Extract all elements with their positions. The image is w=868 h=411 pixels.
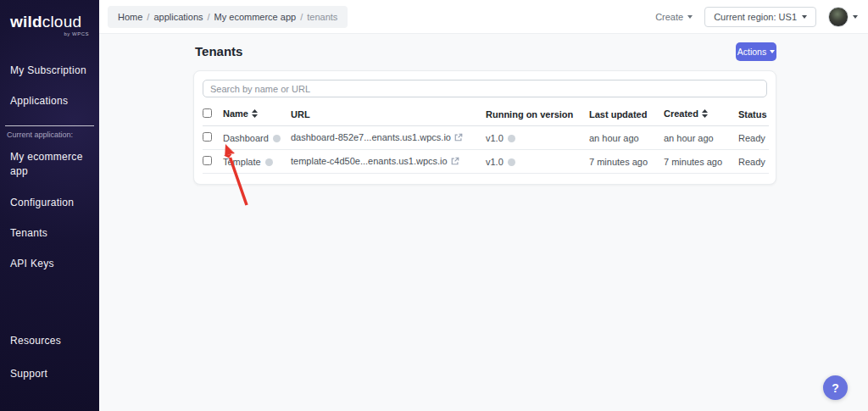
breadcrumb-my-ecommerce-app[interactable]: My ecommerce app bbox=[214, 12, 297, 22]
breadcrumb-separator: / bbox=[147, 12, 149, 22]
logo-text-bold: wild bbox=[10, 13, 42, 31]
logo-byline: by WPCS bbox=[10, 31, 91, 36]
column-header-version: Running on version bbox=[486, 109, 573, 119]
sidebar-item-my-subscription[interactable]: My Subscription bbox=[0, 64, 99, 78]
external-link-icon[interactable] bbox=[451, 157, 459, 167]
table-header-row: Name URL Running on version Last updated… bbox=[203, 105, 769, 126]
breadcrumb-separator: / bbox=[300, 12, 303, 22]
tenant-url: template-c4d50e...enants.us1.wpcs.io bbox=[291, 156, 448, 166]
breadcrumb-separator: / bbox=[208, 12, 210, 22]
tenant-last-updated: an hour ago bbox=[589, 133, 639, 143]
tenant-created: an hour ago bbox=[664, 133, 714, 143]
info-icon[interactable] bbox=[508, 158, 515, 166]
page-title: Tenants bbox=[195, 44, 242, 58]
row-checkbox[interactable] bbox=[203, 132, 212, 142]
caret-down-icon bbox=[687, 15, 693, 19]
table-row[interactable]: Dashboard dashboard-852e7...enants.us1.w… bbox=[203, 126, 769, 150]
search-input[interactable] bbox=[203, 80, 767, 97]
breadcrumb: Home / applications / My ecommerce app /… bbox=[108, 6, 348, 28]
help-button-label: ? bbox=[832, 381, 839, 395]
sidebar-nav: My Subscription Applications Current app… bbox=[0, 64, 99, 272]
avatar bbox=[828, 7, 849, 27]
sidebar-bottom-nav: Resources Support bbox=[0, 334, 99, 399]
sidebar-item-applications[interactable]: Applications bbox=[0, 94, 99, 108]
topbar: Home / applications / My ecommerce app /… bbox=[99, 0, 868, 34]
caret-down-icon bbox=[770, 50, 775, 53]
main-content: Tenants Actions Name URL Running on vers… bbox=[99, 34, 868, 411]
create-button-label: Create bbox=[655, 12, 683, 22]
column-header-created[interactable]: Created bbox=[664, 108, 698, 119]
sidebar-item-resources[interactable]: Resources bbox=[0, 334, 99, 348]
info-icon[interactable] bbox=[508, 135, 515, 142]
caret-down-icon bbox=[853, 15, 858, 19]
sidebar-item-configuration[interactable]: Configuration bbox=[0, 196, 99, 210]
sidebar-item-tenants[interactable]: Tenants bbox=[0, 226, 99, 241]
column-header-last-updated: Last updated bbox=[589, 109, 647, 119]
column-header-status: Status bbox=[738, 109, 767, 119]
status-badge: Ready bbox=[738, 157, 765, 167]
user-menu[interactable] bbox=[828, 7, 858, 27]
breadcrumb-applications[interactable]: applications bbox=[153, 12, 203, 22]
info-icon[interactable] bbox=[265, 158, 273, 166]
tenant-name: Dashboard bbox=[223, 133, 269, 143]
caret-down-icon bbox=[802, 15, 807, 19]
sidebar-item-api-keys[interactable]: API Keys bbox=[0, 257, 99, 271]
column-header-url: URL bbox=[291, 109, 310, 119]
logo-text-light: cloud bbox=[42, 13, 81, 31]
sidebar-divider bbox=[5, 125, 94, 126]
column-header-name[interactable]: Name bbox=[223, 108, 248, 119]
help-button[interactable]: ? bbox=[823, 375, 848, 400]
tenants-card: Name URL Running on version Last updated… bbox=[193, 70, 776, 185]
current-application-label: Current application: bbox=[0, 131, 99, 139]
sort-icon[interactable] bbox=[702, 109, 708, 119]
info-icon[interactable] bbox=[273, 135, 281, 142]
create-button[interactable]: Create bbox=[655, 12, 693, 22]
external-link-icon[interactable] bbox=[454, 133, 463, 143]
topbar-right: Create Current region: US1 bbox=[655, 0, 858, 34]
breadcrumb-tenants: tenants bbox=[307, 12, 337, 22]
tenant-created: 7 minutes ago bbox=[664, 157, 722, 167]
table-row[interactable]: Template template-c4d50e...enants.us1.wp… bbox=[203, 150, 769, 174]
sidebar-item-support[interactable]: Support bbox=[0, 367, 99, 381]
region-selector-label: Current region: US1 bbox=[714, 12, 797, 22]
tenant-name: Template bbox=[223, 157, 261, 167]
actions-button-label: Actions bbox=[737, 47, 766, 57]
sidebar-item-my-ecommerce-app[interactable]: My ecommerce app bbox=[0, 150, 99, 180]
tenants-table: Name URL Running on version Last updated… bbox=[203, 105, 769, 174]
tenant-version: v1.0 bbox=[486, 157, 504, 167]
tenant-version: v1.0 bbox=[486, 133, 504, 143]
wildcloud-logo: wildcloud by WPCS bbox=[0, 0, 99, 36]
breadcrumb-home[interactable]: Home bbox=[118, 12, 142, 22]
tenant-url: dashboard-852e7...enants.us1.wpcs.io bbox=[291, 132, 451, 142]
sidebar: wildcloud by WPCS My Subscription Applic… bbox=[0, 0, 99, 411]
actions-button[interactable]: Actions bbox=[736, 42, 776, 61]
tenant-last-updated: 7 minutes ago bbox=[589, 157, 648, 167]
row-checkbox[interactable] bbox=[203, 156, 212, 165]
status-badge: Ready bbox=[738, 133, 765, 143]
region-selector-button[interactable]: Current region: US1 bbox=[704, 7, 816, 27]
sort-icon[interactable] bbox=[252, 109, 258, 119]
select-all-checkbox[interactable] bbox=[203, 108, 212, 118]
